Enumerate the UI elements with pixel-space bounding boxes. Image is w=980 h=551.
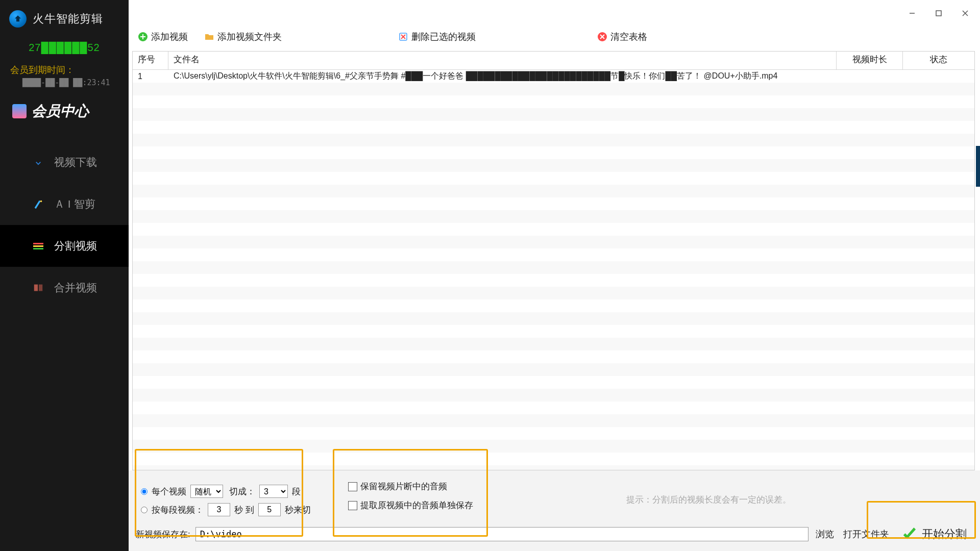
app-logo-icon <box>9 10 27 28</box>
toolbar-label: 清空表格 <box>610 31 647 43</box>
sec-from-input[interactable] <box>208 503 230 516</box>
checkbox-icon <box>348 501 357 510</box>
sidebar-item-label: Ａ I 智剪 <box>54 197 95 211</box>
mode-per-segment-label: 按每段视频： <box>152 504 204 516</box>
svg-rect-1 <box>33 243 43 244</box>
cell-index: 1 <box>133 72 168 81</box>
video-table: 序号 文件名 视频时长 状态 1C:\Users\ylj\Desktop\火牛软… <box>132 51 975 470</box>
plus-circle-icon <box>138 32 148 42</box>
delete-icon <box>398 32 408 42</box>
strategy-select[interactable]: 随机 <box>190 485 223 498</box>
mode-each-radio[interactable] <box>141 488 148 495</box>
sidebar-item-label: 合并视频 <box>54 281 97 295</box>
save-label: 新视频保存在: <box>136 529 190 540</box>
sidebar-item-label: 视频下载 <box>54 155 97 169</box>
extract-audio-checkbox[interactable]: 提取原视频中的音频单独保存 <box>348 499 473 511</box>
toolbar-label: 添加视频文件夹 <box>217 31 282 43</box>
sidebar-item-split[interactable]: 分割视频 <box>0 225 129 267</box>
sidebar-item-merge[interactable]: 合并视频 <box>0 267 129 309</box>
segment-count-select[interactable]: 3 <box>259 485 288 498</box>
svg-point-0 <box>40 201 42 203</box>
toolbar: 添加视频 添加视频文件夹 删除已选的视频 清空表格 <box>129 27 980 49</box>
table-body: 1C:\Users\ylj\Desktop\火牛软件\火牛智能剪辑\6_#父亲节… <box>133 70 974 470</box>
ai-icon <box>32 197 45 211</box>
th-index[interactable]: 序号 <box>133 52 168 69</box>
check-icon <box>901 527 917 542</box>
member-center-label: 会员中心 <box>32 102 89 121</box>
browse-button[interactable]: 浏览 <box>814 528 836 540</box>
sidebar-item-download[interactable]: 视频下载 <box>0 141 129 183</box>
sec-word: 秒来切 <box>285 504 311 516</box>
clear-icon <box>597 32 607 42</box>
save-path-input[interactable] <box>195 527 808 541</box>
toolbar-label: 删除已选的视频 <box>411 31 476 43</box>
sidebar-item-label: 分割视频 <box>54 239 97 253</box>
download-icon <box>32 156 45 169</box>
cut-into-label: 切成： <box>229 486 255 497</box>
mode-per-segment-radio[interactable] <box>141 507 148 513</box>
window-controls <box>129 0 980 27</box>
sidebar: 火牛智能剪辑 27██████52 会员到期时间： ████-██-██ ██:… <box>0 0 129 551</box>
expiry-time: ████-██-██ ██:23:41 <box>0 76 129 87</box>
app-header: 火牛智能剪辑 <box>0 6 129 35</box>
toolbar-label: 添加视频 <box>151 31 188 43</box>
app-title: 火牛智能剪辑 <box>33 11 103 27</box>
merge-icon <box>32 281 45 294</box>
clear-table-button[interactable]: 清空表格 <box>597 31 647 43</box>
delete-selected-button[interactable]: 删除已选的视频 <box>398 31 476 43</box>
cell-filename: C:\Users\ylj\Desktop\火牛软件\火牛智能剪辑\6_#父亲节手… <box>168 71 837 82</box>
th-status[interactable]: 状态 <box>903 52 974 69</box>
split-icon <box>32 239 45 253</box>
segment-suffix: 段 <box>292 486 301 497</box>
sidebar-item-ai-clip[interactable]: Ａ I 智剪 <box>0 183 129 225</box>
start-label: 开始分割 <box>922 527 967 542</box>
options-panel: 每个视频 随机 切成： 3 段 按每段视频： 秒 到 秒来切 <box>129 470 980 551</box>
hint-text: 提示：分割后的视频长度会有一定的误差。 <box>626 494 791 506</box>
th-duration[interactable]: 视频时长 <box>837 52 903 69</box>
expiry-label: 会员到期时间： <box>0 64 129 76</box>
table-row[interactable]: 1C:\Users\ylj\Desktop\火牛软件\火牛智能剪辑\6_#父亲节… <box>133 70 974 83</box>
sec-word: 秒 到 <box>234 504 254 516</box>
keep-audio-checkbox[interactable]: 保留视频片断中的音频 <box>348 481 473 492</box>
main-area: 添加视频 添加视频文件夹 删除已选的视频 清空表格 <box>129 0 980 551</box>
add-folder-button[interactable]: 添加视频文件夹 <box>204 31 282 43</box>
user-id: 27██████52 <box>0 42 129 54</box>
svg-rect-5 <box>39 285 42 291</box>
svg-rect-3 <box>33 248 43 249</box>
sidebar-nav: 视频下载 Ａ I 智剪 分割视频 <box>0 141 129 309</box>
svg-rect-4 <box>34 285 38 291</box>
maximize-button[interactable] <box>933 8 944 19</box>
extract-audio-label: 提取原视频中的音频单独保存 <box>360 499 473 511</box>
sec-to-input[interactable] <box>258 503 281 516</box>
folder-icon <box>204 32 214 42</box>
th-name[interactable]: 文件名 <box>168 52 837 69</box>
member-center-link[interactable]: 会员中心 <box>0 87 129 126</box>
scroll-rail-accent <box>976 146 980 187</box>
checkbox-icon <box>348 482 357 491</box>
svg-rect-2 <box>33 245 43 247</box>
open-folder-button[interactable]: 打开文件夹 <box>841 528 891 540</box>
close-button[interactable] <box>960 8 971 19</box>
svg-rect-7 <box>936 11 941 16</box>
add-video-button[interactable]: 添加视频 <box>138 31 188 43</box>
table-header: 序号 文件名 视频时长 状态 <box>133 52 974 70</box>
keep-audio-label: 保留视频片断中的音频 <box>360 481 447 492</box>
minimize-button[interactable] <box>906 8 918 19</box>
avatar-icon <box>12 104 27 118</box>
start-split-button[interactable]: 开始分割 <box>896 524 972 544</box>
mode-each-label: 每个视频 <box>152 486 186 497</box>
